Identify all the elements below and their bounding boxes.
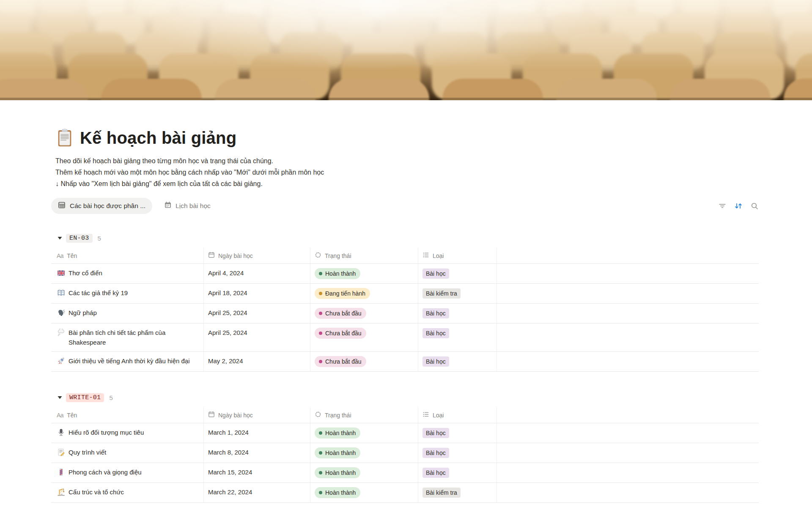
lesson-name: Các tác giả thế kỷ 19 <box>69 288 128 298</box>
lesson-status-cell[interactable]: Hoàn thành <box>310 463 418 482</box>
lesson-status-cell[interactable]: Hoàn thành <box>310 443 418 463</box>
group-toggle-chevron-icon[interactable] <box>57 395 63 400</box>
table-row[interactable]: Cấu trúc và tổ chức March 22, 2024 Hoàn … <box>51 483 759 503</box>
lesson-name-cell[interactable]: Giới thiệu về tiếng Anh thời kỳ đầu hiện… <box>51 352 204 371</box>
lesson-date-cell[interactable]: May 2, 2024 <box>204 352 310 371</box>
column-header-name[interactable]: AaTên <box>51 407 204 423</box>
lesson-date-cell[interactable]: March 8, 2024 <box>204 443 310 463</box>
lesson-name-cell[interactable]: Hiểu rõ đối tượng mục tiêu <box>51 423 204 443</box>
lesson-type-cell[interactable]: Bài học <box>418 463 497 482</box>
page-body: Kế hoạch bài giảng Theo dõi kế hoạch bài… <box>51 100 759 503</box>
table-row[interactable]: Thơ cổ điển April 4, 2024 Hoàn thành Bài… <box>51 264 759 284</box>
status-dot-icon <box>319 471 322 474</box>
lesson-name-cell[interactable]: Ngữ pháp <box>51 304 204 323</box>
lesson-type-cell[interactable]: Bài kiểm tra <box>418 284 497 303</box>
table-row[interactable]: Phong cách và giọng điệu March 15, 2024 … <box>51 463 759 483</box>
empty-cell <box>497 463 759 482</box>
group-count: 5 <box>98 235 101 242</box>
lesson-status-cell[interactable]: Chưa bắt đầu <box>310 352 418 371</box>
group-pill[interactable]: WRITE-01 <box>66 393 104 402</box>
column-header-type[interactable]: Loại <box>418 248 497 263</box>
filter-icon[interactable] <box>718 202 727 210</box>
lesson-status-cell[interactable]: Hoàn thành <box>310 483 418 502</box>
status-dot-icon <box>319 312 322 315</box>
lesson-name-cell[interactable]: Phong cách và giọng điệu <box>51 463 204 482</box>
lesson-type-cell[interactable]: Bài học <box>418 443 497 463</box>
type-badge[interactable]: Bài kiểm tra <box>422 488 461 498</box>
tab-assigned-lessons[interactable]: Các bài học được phân ... <box>51 198 152 214</box>
table-view-icon <box>58 201 66 211</box>
table-row[interactable]: Bài phân tích chi tiết tác phẩm của Shak… <box>51 323 759 352</box>
search-icon[interactable] <box>750 202 759 210</box>
lesson-date-cell[interactable]: March 15, 2024 <box>204 463 310 482</box>
type-badge[interactable]: Bài học <box>422 269 449 279</box>
type-badge[interactable]: Bài học <box>422 308 449 318</box>
lesson-date-cell[interactable]: March 1, 2024 <box>204 423 310 443</box>
column-header-date[interactable]: Ngày bài học <box>204 407 310 423</box>
table-row[interactable]: Ngữ pháp April 25, 2024 Chưa bắt đầu Bài… <box>51 304 759 323</box>
lesson-type-cell[interactable]: Bài học <box>418 264 497 283</box>
column-header-status[interactable]: Trạng thái <box>310 407 418 423</box>
lesson-icon <box>57 356 65 365</box>
lesson-name-cell[interactable]: Cấu trúc và tổ chức <box>51 483 204 502</box>
status-badge[interactable]: Đang tiến hành <box>315 288 370 299</box>
status-badge[interactable]: Chưa bắt đầu <box>315 308 366 319</box>
lesson-date-cell[interactable]: March 22, 2024 <box>204 483 310 502</box>
type-badge[interactable]: Bài kiểm tra <box>422 288 461 299</box>
lesson-status-cell[interactable]: Hoàn thành <box>310 264 418 283</box>
page-title-block[interactable]: Kế hoạch bài giảng <box>55 127 759 149</box>
status-badge[interactable]: Hoàn thành <box>315 268 360 279</box>
column-header-date[interactable]: Ngày bài học <box>204 248 310 263</box>
lesson-date-cell[interactable]: April 18, 2024 <box>204 284 310 303</box>
column-header-type[interactable]: Loại <box>418 407 497 423</box>
lesson-status-cell[interactable]: Hoàn thành <box>310 423 418 443</box>
column-header-status[interactable]: Trạng thái <box>310 248 418 263</box>
column-header-name[interactable]: AaTên <box>51 248 204 263</box>
status-spinner-icon <box>315 252 321 260</box>
lesson-icon <box>57 467 65 476</box>
description-line[interactable]: Theo dõi kế hoạch bài giảng theo từng mô… <box>55 155 759 167</box>
lesson-status-cell[interactable]: Đang tiến hành <box>310 284 418 303</box>
table-row[interactable]: Hiểu rõ đối tượng mục tiêu March 1, 2024… <box>51 423 759 443</box>
tab-lesson-calendar[interactable]: Lịch bài học <box>164 201 211 211</box>
status-badge[interactable]: Chưa bắt đầu <box>315 328 366 339</box>
lesson-type-cell[interactable]: Bài học <box>418 323 497 351</box>
table-row[interactable]: Quy trình viết March 8, 2024 Hoàn thành … <box>51 443 759 463</box>
lesson-icon <box>57 487 65 496</box>
lesson-status-cell[interactable]: Chưa bắt đầu <box>310 323 418 351</box>
lecture-hall-chairs-photo <box>0 0 812 100</box>
type-badge[interactable]: Bài học <box>422 328 449 338</box>
table-row[interactable]: Các tác giả thế kỷ 19 April 18, 2024 Đan… <box>51 284 759 304</box>
lesson-status-cell[interactable]: Chưa bắt đầu <box>310 304 418 323</box>
description-line[interactable]: ↓ Nhấp vào "Xem lịch bài giảng" để xem l… <box>55 178 759 189</box>
status-badge[interactable]: Hoàn thành <box>315 447 360 458</box>
group-toggle-chevron-icon[interactable] <box>57 236 63 241</box>
status-badge[interactable]: Hoàn thành <box>315 428 360 438</box>
table-row[interactable]: Giới thiệu về tiếng Anh thời kỳ đầu hiện… <box>51 352 759 372</box>
lesson-name-cell[interactable]: Các tác giả thế kỷ 19 <box>51 284 204 303</box>
type-badge[interactable]: Bài học <box>422 448 449 458</box>
status-badge[interactable]: Hoàn thành <box>315 487 360 498</box>
description-line[interactable]: Thêm kế hoạch mới vào một môn học bằng c… <box>55 167 759 178</box>
lesson-name-cell[interactable]: Bài phân tích chi tiết tác phẩm của Shak… <box>51 323 204 351</box>
empty-cell <box>497 352 759 371</box>
group-pill[interactable]: EN-03 <box>66 234 93 243</box>
lesson-date-cell[interactable]: April 4, 2024 <box>204 264 310 283</box>
lesson-type-cell[interactable]: Bài học <box>418 423 497 443</box>
lesson-name-cell[interactable]: Quy trình viết <box>51 443 204 463</box>
type-badge[interactable]: Bài học <box>422 468 449 478</box>
type-badge[interactable]: Bài học <box>422 428 449 438</box>
type-badge[interactable]: Bài học <box>422 356 449 367</box>
lesson-type-cell[interactable]: Bài học <box>418 352 497 371</box>
lesson-type-cell[interactable]: Bài học <box>418 304 497 323</box>
calendar-icon <box>208 252 215 260</box>
status-badge[interactable]: Chưa bắt đầu <box>315 356 366 367</box>
sort-icon[interactable] <box>734 201 743 211</box>
lesson-date-cell[interactable]: April 25, 2024 <box>204 304 310 323</box>
lesson-date-cell[interactable]: April 25, 2024 <box>204 323 310 351</box>
status-badge[interactable]: Hoàn thành <box>315 467 360 478</box>
lesson-type-cell[interactable]: Bài kiểm tra <box>418 483 497 502</box>
lesson-name-cell[interactable]: Thơ cổ điển <box>51 264 204 283</box>
page-title[interactable]: Kế hoạch bài giảng <box>80 129 236 148</box>
page-description[interactable]: Theo dõi kế hoạch bài giảng theo từng mô… <box>55 155 759 189</box>
